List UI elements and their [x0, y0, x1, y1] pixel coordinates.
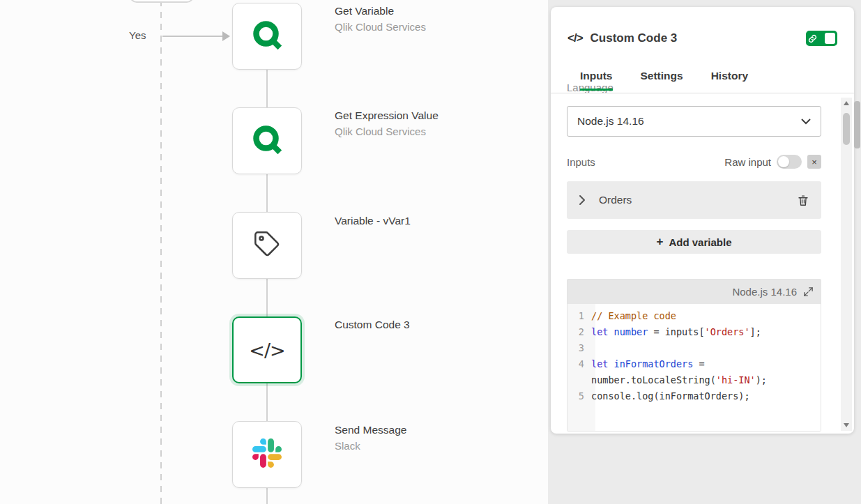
raw-input-toggle[interactable]	[777, 155, 802, 169]
node-subtitle: Qlik Cloud Services	[335, 20, 426, 34]
line-number: 4	[567, 356, 591, 372]
node-subtitle: Slack	[335, 439, 406, 453]
line-number: 2	[567, 324, 591, 340]
panel-header: </> Custom Code 3 Inputs Settings Histor…	[551, 7, 854, 91]
chevron-right-icon[interactable]	[579, 194, 586, 206]
code-line-wrapped: number.toLocaleString('hi-IN');	[567, 372, 821, 388]
variable-name: Orders	[599, 194, 632, 206]
code-line: 3	[567, 340, 821, 356]
node-label-variable: Variable - vVar1	[335, 214, 411, 228]
automation-canvas[interactable]: Yes Get Variable Qlik Cloud Services Get…	[0, 0, 548, 504]
tabbar-divider	[551, 93, 854, 93]
line-number: 1	[567, 308, 591, 324]
panel-title: Custom Code 3	[590, 31, 678, 45]
node-title: Variable - vVar1	[335, 214, 411, 228]
node-title: Get Expression Value	[335, 109, 439, 123]
node-subtitle: Qlik Cloud Services	[335, 125, 439, 139]
add-variable-button[interactable]: + Add variable	[567, 230, 821, 254]
branch-yes-label: Yes	[129, 29, 146, 41]
delete-variable-button[interactable]	[797, 194, 809, 207]
line-number: 5	[567, 388, 591, 404]
language-select[interactable]: Node.js 14.16	[567, 106, 821, 137]
node-label-get-variable: Get Variable Qlik Cloud Services	[335, 4, 426, 34]
page-scrollbar-thumb[interactable]	[854, 101, 860, 148]
panel-tabs: Inputs Settings History	[580, 70, 837, 91]
node-variable[interactable]	[232, 212, 302, 279]
toggle-knob	[778, 156, 789, 167]
qlik-logo-icon	[251, 19, 283, 54]
tag-icon	[253, 230, 281, 261]
qlik-logo-icon	[251, 123, 283, 158]
code-icon: </>	[567, 31, 583, 45]
input-variable-row-orders[interactable]: Orders	[567, 181, 821, 219]
inputs-section-header: Inputs Raw input ×	[567, 155, 821, 169]
raw-input-label: Raw input	[724, 156, 771, 168]
node-label-send-message: Send Message Slack	[335, 423, 406, 453]
branch-arrowhead-icon	[222, 31, 230, 41]
slack-logo-icon	[252, 438, 282, 471]
condition-node-partial[interactable]	[130, 0, 194, 3]
tab-settings[interactable]: Settings	[641, 70, 683, 91]
tab-history[interactable]: History	[711, 70, 748, 91]
toggle-knob	[825, 33, 835, 44]
node-label-get-expression-value: Get Expression Value Qlik Cloud Services	[335, 109, 439, 139]
raw-input-clear-button[interactable]: ×	[807, 155, 821, 169]
node-connector	[266, 70, 268, 107]
code-editor-body[interactable]: 1 // Example code 2 let number = inputs[…	[567, 304, 821, 431]
node-send-message[interactable]	[232, 421, 302, 488]
triangle-down-icon	[844, 423, 849, 427]
language-label: Language	[567, 82, 614, 93]
line-number	[567, 372, 591, 388]
branch-dashed-connector	[160, 0, 162, 504]
node-get-expression-value[interactable]	[232, 107, 302, 174]
node-title: Custom Code 3	[335, 318, 410, 332]
code-line: 1 // Example code	[567, 308, 821, 324]
node-custom-code-3[interactable]: </>	[232, 316, 302, 383]
code-editor-header: Node.js 14.16	[567, 280, 821, 304]
expand-editor-icon[interactable]	[803, 287, 814, 297]
scroll-up-button[interactable]	[841, 98, 852, 109]
add-variable-label: Add variable	[669, 236, 731, 248]
node-title: Send Message	[335, 423, 406, 437]
language-selected-value: Node.js 14.16	[577, 115, 644, 128]
code-line: 2 let number = inputs['Orders'];	[567, 324, 821, 340]
node-connector	[266, 488, 268, 504]
block-properties-panel: </> Custom Code 3 Inputs Settings Histor…	[551, 7, 854, 434]
panel-body: Node.js 14.16 Inputs Raw input × Orders	[551, 93, 854, 434]
line-number: 3	[567, 340, 591, 356]
node-title: Get Variable	[335, 4, 426, 18]
node-connector	[266, 279, 268, 316]
block-enabled-toggle[interactable]	[806, 31, 837, 46]
code-editor[interactable]: Node.js 14.16 1 // Example code 2 let nu…	[567, 279, 821, 432]
code-line: 5 console.log(inFormatOrders);	[567, 388, 821, 404]
node-connector	[266, 174, 268, 212]
inputs-label: Inputs	[567, 156, 595, 168]
scrollbar-thumb[interactable]	[843, 113, 850, 145]
branch-connector-line	[162, 36, 224, 37]
panel-scrollbar[interactable]	[841, 98, 852, 431]
node-get-variable[interactable]	[232, 3, 302, 70]
link-icon	[808, 34, 817, 43]
scroll-down-button[interactable]	[841, 420, 852, 431]
code-language-label: Node.js 14.16	[732, 286, 797, 298]
code-line: 4 let inFormatOrders =	[567, 356, 821, 372]
node-label-custom-code-3: Custom Code 3	[335, 318, 410, 332]
plus-icon: +	[657, 235, 664, 249]
node-connector	[266, 383, 268, 421]
code-icon: </>	[249, 339, 284, 361]
chevron-down-icon	[801, 119, 811, 125]
triangle-up-icon	[844, 101, 849, 105]
